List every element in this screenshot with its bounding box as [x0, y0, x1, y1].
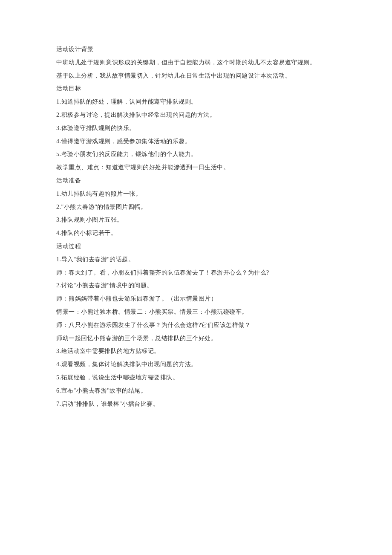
- text-line: 3.排队规则小图片五张。: [56, 214, 349, 227]
- text-line: 5.拓展经验，说说生活中哪些地方需要排队。: [56, 371, 349, 384]
- text-line: 师：八只小熊在游乐园发生了什么事？为什么会这样?它们应该怎样做？: [56, 319, 349, 332]
- text-line: 师：熊妈妈带着小熊也去游乐园春游了。（出示情景图片）: [56, 292, 349, 306]
- text-line: 基于以上分析，我从故事情景切入，针对幼儿在日常生活中出现的问题设计本次活动。: [56, 69, 349, 83]
- text-line: 4.观看视频，集体讨论解决排队中出现问题的方法。: [56, 358, 349, 371]
- text-line: 活动准备: [56, 174, 349, 188]
- text-line: 3.给活动室中需要排队的地方贴标记。: [56, 345, 349, 358]
- text-line: 1.导入"我们去春游"的话题。: [56, 253, 349, 266]
- text-line: 师：春天到了。看，小朋友们排着整齐的队伍春游去了！春游开心么？为什么?: [56, 266, 349, 280]
- text-line: 7.启动"排排队，谁最棒"小擂台比赛。: [56, 398, 349, 411]
- text-line: 1.知道排队的好处，理解，认同并能遵守排队规则。: [56, 95, 349, 109]
- text-line: 活动设计背景: [56, 43, 349, 56]
- text-line: 活动目标: [56, 82, 349, 95]
- text-line: 教学重点、难点：知道遵守规则的好处并能渗透到一日生活中。: [56, 161, 349, 174]
- text-line: 中班幼儿处于规则意识形成的关键期，但由于自控能力弱，这个时期的幼儿不太容易遵守规…: [56, 56, 349, 69]
- text-line: 4.排队的小标记若干。: [56, 227, 349, 240]
- text-line: 2.讨论"小熊去春游"情境中的问题。: [56, 279, 349, 292]
- text-line: 情景一：小熊过独木桥。情景二：小熊买票。情景三：小熊玩碰碰车。: [56, 306, 349, 319]
- text-line: 6.宣布"小熊去春游"故事的结尾。: [56, 384, 349, 398]
- text-line: 2.积极参与讨论，提出解决排队中经常出现的问题的方法。: [56, 109, 349, 122]
- text-line: 师幼一起回忆小熊春游的三个场景，总结排队的三个好处。: [56, 332, 349, 345]
- text-line: 活动过程: [56, 240, 349, 253]
- text-line: 2."小熊去春游"的情景图片四幅。: [56, 201, 349, 214]
- text-line: 5.考验小朋友们的反应能力，锻炼他们的个人能力。: [56, 148, 349, 161]
- horizontal-divider: [43, 30, 349, 30]
- document-content: 活动设计背景 中班幼儿处于规则意识形成的关键期，但由于自控能力弱，这个时期的幼儿…: [43, 43, 349, 410]
- text-line: 3.体验遵守排队规则的快乐。: [56, 122, 349, 135]
- text-line: 4.懂得遵守游戏规则，感受参加集体活动的乐趣。: [56, 135, 349, 148]
- text-line: 1.幼儿排队纯有趣的照片一张。: [56, 188, 349, 201]
